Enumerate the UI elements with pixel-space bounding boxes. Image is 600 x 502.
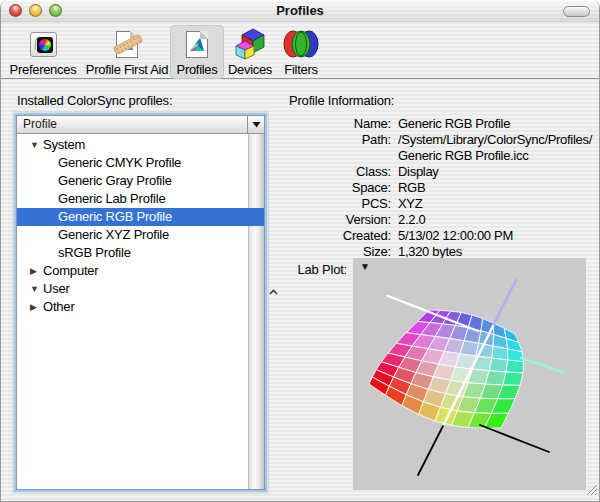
- list-item[interactable]: ▶ Computer: [17, 262, 264, 280]
- info-field-row: Space: RGB: [289, 180, 592, 196]
- profile-first-aid-icon: [116, 28, 138, 60]
- toolbar-item-devices[interactable]: Devices: [219, 25, 281, 79]
- field-value: XYZ: [398, 196, 422, 212]
- list-item-label: Generic RGB Profile: [58, 208, 172, 226]
- toolbar-label: Filters: [284, 62, 317, 77]
- toolbar-pill-button[interactable]: [563, 6, 590, 17]
- toolbar-label: Profile First Aid: [86, 62, 168, 77]
- disclosure-triangle-icon[interactable]: ▼: [30, 136, 43, 154]
- pane-splitter-handle[interactable]: [268, 282, 279, 300]
- list-item-label: Computer: [43, 262, 98, 280]
- profile-info-fields: Name: Generic RGB Profile Path: /System/…: [289, 116, 592, 260]
- field-label: Created:: [289, 228, 391, 244]
- field-label: PCS:: [289, 196, 391, 212]
- toolbar-label: Profiles: [177, 62, 218, 77]
- toolbar-label: Preferences: [10, 62, 77, 77]
- list-item[interactable]: Generic Gray Profile: [17, 172, 264, 190]
- list-item-label: sRGB Profile: [58, 244, 131, 262]
- list-item-label: Generic Lab Profile: [58, 190, 165, 208]
- toolbar-item-profile-first-aid[interactable]: Profile First Aid: [72, 25, 182, 79]
- lab-plot-label: Lab Plot:: [289, 262, 347, 277]
- list-item[interactable]: Generic CMYK Profile: [17, 154, 264, 172]
- info-field-row: Name: Generic RGB Profile: [289, 116, 592, 132]
- field-label: Space:: [289, 180, 391, 196]
- info-field-row: Class: Display: [289, 164, 592, 180]
- list-item-label: Generic XYZ Profile: [58, 226, 169, 244]
- plot-disclosure-triangle-icon[interactable]: ▼: [360, 261, 370, 272]
- window-title: Profiles: [1, 3, 599, 18]
- list-item[interactable]: ▼ User: [17, 280, 264, 298]
- toolbar: Preferences Profile First Aid: [1, 22, 599, 79]
- field-value: 2.2.0: [398, 212, 425, 228]
- toolbar-item-filters[interactable]: Filters: [273, 25, 329, 79]
- list-item[interactable]: Generic RGB Profile: [17, 208, 264, 226]
- profiles-icon: [186, 28, 208, 60]
- toolbar-label: Devices: [228, 62, 272, 77]
- list-item[interactable]: ▶ Other: [17, 298, 264, 316]
- profile-column-header[interactable]: Profile: [17, 116, 247, 134]
- colorsync-utility-window: Profiles Preferences: [0, 0, 600, 502]
- list-item[interactable]: Generic XYZ Profile: [17, 226, 264, 244]
- lab-plot-area: ▼: [353, 258, 586, 490]
- down-triangle-icon: [252, 121, 261, 128]
- disclosure-triangle-icon[interactable]: ▶: [30, 298, 43, 316]
- field-value: /System/Library/ColorSync/Profiles/: [398, 132, 592, 148]
- list-item[interactable]: Generic Lab Profile: [17, 190, 264, 208]
- field-label: Path:: [289, 132, 391, 164]
- disclosure-triangle-icon[interactable]: ▼: [30, 280, 43, 298]
- field-label: Version:: [289, 212, 391, 228]
- filters-icon: [279, 28, 323, 60]
- info-field-row: Path: /System/Library/ColorSync/Profiles…: [289, 132, 592, 164]
- resize-grip[interactable]: [584, 482, 598, 500]
- title-bar[interactable]: Profiles: [1, 0, 599, 22]
- list-item[interactable]: ▼ System: [17, 136, 264, 154]
- field-value-line2: Generic RGB Profile.icc: [398, 148, 592, 164]
- toolbar-item-profiles[interactable]: Profiles: [170, 25, 224, 79]
- profile-list: Profile ▼ System Generic CMYK Profile Ge…: [16, 115, 265, 490]
- list-item-label: Other: [43, 298, 75, 316]
- field-value: Generic RGB Profile: [398, 116, 510, 132]
- info-field-row: PCS: XYZ: [289, 196, 592, 212]
- disclosure-triangle-icon[interactable]: ▶: [30, 262, 43, 280]
- column-dropdown-button[interactable]: [247, 116, 264, 134]
- lab-plot-svg: [353, 258, 586, 490]
- preferences-icon: [30, 28, 57, 60]
- field-value: Display: [398, 164, 439, 180]
- list-item-label: Generic CMYK Profile: [58, 154, 181, 172]
- profile-tree: ▼ System Generic CMYK Profile Generic Gr…: [17, 136, 264, 316]
- list-item-label: System: [43, 136, 85, 154]
- list-item[interactable]: sRGB Profile: [17, 244, 264, 262]
- installed-profiles-heading: Installed ColorSync profiles:: [17, 93, 172, 108]
- field-label: Name:: [289, 116, 391, 132]
- field-value: 5/13/02 12:00:00 PM: [398, 228, 513, 244]
- field-label: Class:: [289, 164, 391, 180]
- list-item-label: Generic Gray Profile: [58, 172, 172, 190]
- info-field-row: Version: 2.2.0: [289, 212, 592, 228]
- field-value: RGB: [398, 180, 425, 196]
- devices-icon: [233, 28, 267, 60]
- list-item-label: User: [43, 280, 70, 298]
- profile-information-heading: Profile Information:: [289, 93, 394, 108]
- info-field-row: Created: 5/13/02 12:00:00 PM: [289, 228, 592, 244]
